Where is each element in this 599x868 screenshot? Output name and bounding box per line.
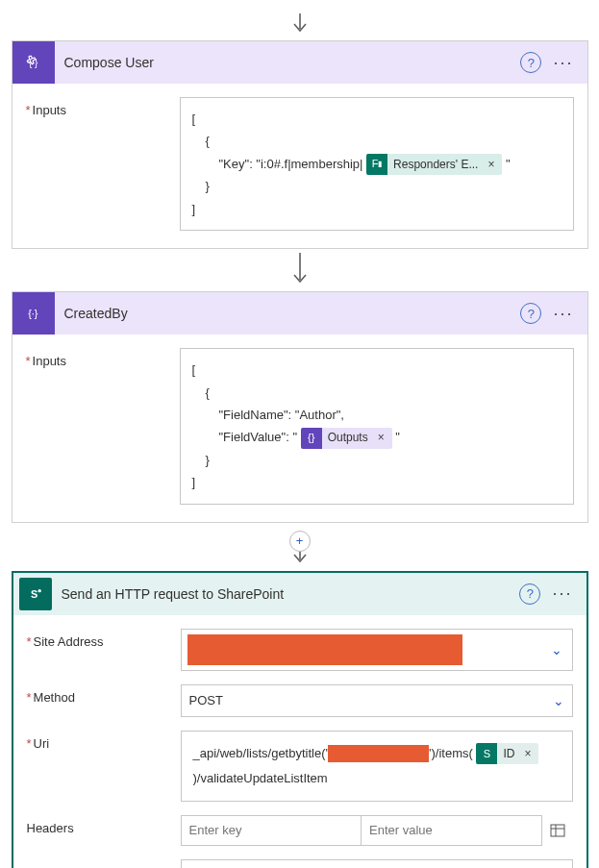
more-menu-icon[interactable]: ···: [549, 53, 577, 73]
sharepoint-token-icon: S: [476, 743, 497, 764]
more-menu-icon[interactable]: ···: [548, 583, 576, 604]
token-outputs[interactable]: {} Outputs ×: [301, 428, 392, 449]
svg-point-3: [37, 589, 40, 592]
token-id[interactable]: S ID ×: [476, 743, 538, 764]
compose-icon: {·}: [12, 292, 55, 335]
chevron-down-icon[interactable]: ⌄: [553, 693, 564, 708]
label-inputs: Inputs: [26, 97, 180, 231]
chevron-down-icon[interactable]: ⌄: [551, 642, 562, 657]
card-header[interactable]: { } Compose User ? ···: [12, 41, 587, 84]
svg-text:{ }: { }: [29, 58, 38, 68]
header-value-input[interactable]: [361, 815, 542, 846]
help-icon[interactable]: ?: [520, 303, 541, 324]
token-responders-email[interactable]: F▮ Responders' E... ×: [366, 154, 502, 175]
label-headers: Headers: [27, 815, 181, 846]
redacted-site-address: [187, 634, 462, 665]
card-header[interactable]: S Send an HTTP request to SharePoint ? ·…: [13, 573, 587, 615]
action-createdby[interactable]: {·} CreatedBy ? ··· Inputs [ { "FieldNam…: [12, 291, 588, 523]
header-key-input[interactable]: [181, 815, 362, 846]
method-select[interactable]: POST ⌄: [181, 684, 573, 717]
help-icon[interactable]: ?: [519, 583, 540, 605]
help-icon[interactable]: ?: [520, 52, 541, 73]
label-body: Body: [27, 859, 181, 868]
add-step-button[interactable]: +: [289, 531, 311, 552]
inputs-editor[interactable]: [ { "FieldName": "Author", "FieldValue":…: [180, 348, 574, 505]
label-site-address: Site Address: [27, 629, 181, 671]
action-compose-user[interactable]: { } Compose User ? ··· Inputs [ { "Key":…: [12, 40, 588, 249]
label-inputs: Inputs: [26, 348, 180, 505]
flow-canvas: { } Compose User ? ··· Inputs [ { "Key":…: [6, 10, 593, 868]
svg-text:{·}: {·}: [28, 308, 38, 319]
more-menu-icon[interactable]: ···: [549, 304, 577, 324]
sharepoint-icon: S: [19, 578, 52, 610]
body-editor[interactable]: { "formValues": {} Outputs × , "bNewDocu…: [181, 859, 573, 868]
close-icon[interactable]: ×: [374, 428, 388, 449]
card-header[interactable]: {·} CreatedBy ? ···: [12, 292, 587, 335]
close-icon[interactable]: ×: [520, 742, 535, 765]
site-address-select[interactable]: ⌄: [181, 629, 573, 671]
uri-editor[interactable]: _api/web/lists/getbytitle('')/items( S I…: [181, 731, 573, 802]
card-title: CreatedBy: [64, 306, 512, 321]
action-sp-http[interactable]: S Send an HTTP request to SharePoint ? ·…: [12, 571, 588, 868]
headers-row: [181, 815, 573, 846]
redacted-list-title: [328, 745, 429, 762]
arrow-icon: [291, 249, 309, 291]
svg-rect-4: [551, 825, 564, 836]
compose-icon: { }: [12, 41, 55, 84]
card-title: Compose User: [64, 55, 512, 70]
card-title: Send an HTTP request to SharePoint: [62, 586, 511, 602]
forms-icon: F▮: [366, 154, 387, 175]
close-icon[interactable]: ×: [484, 155, 498, 176]
label-uri: Uri: [27, 731, 181, 802]
svg-text:S: S: [31, 588, 37, 600]
arrow-icon: [291, 10, 309, 40]
label-method: Method: [27, 684, 181, 717]
compose-token-icon: {}: [301, 428, 322, 449]
switch-to-text-mode-icon[interactable]: [542, 815, 573, 846]
inputs-editor[interactable]: [ { "Key": "i:0#.f|membership| F▮ Respon…: [180, 97, 574, 231]
